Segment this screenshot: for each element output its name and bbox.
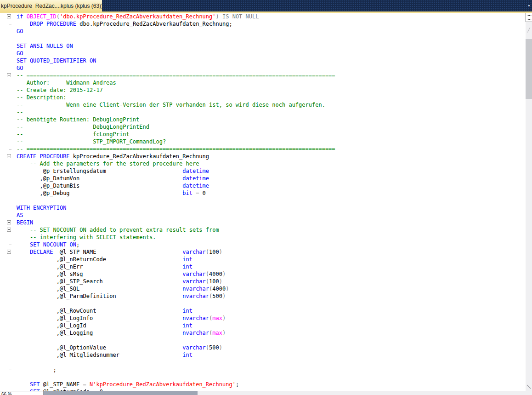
code-line[interactable]: -- SET NOCOUNT ON added to prevent extra… — [0, 226, 526, 234]
code-line[interactable]: DECLARE @l_STP_NAME varchar(100) — [0, 248, 526, 256]
code-line[interactable]: SET @l_STP_NAME = N'kpProcedure_RedZacAb… — [0, 381, 526, 388]
code-line[interactable]: -- STP_IMPORT_CommandLog? — [0, 138, 526, 145]
zoom-control[interactable]: 66 % — [0, 391, 44, 395]
code-line[interactable]: ,@l_ParmDefinition nvarchar(500) — [0, 292, 526, 300]
code-lines: if OBJECT_ID('dbo.kpProcedure_RedZacAbve… — [0, 13, 526, 391]
code-line[interactable]: -- Author: Widmann Andreas — [0, 79, 526, 86]
code-line[interactable]: -- Wenn eine Client-Version der STP vorh… — [0, 101, 526, 109]
tab-overflow-chevron-icon[interactable]: ▼ — [527, 4, 531, 7]
vertical-scrollbar-thumb[interactable] — [526, 39, 532, 99]
fold-collapse-icon[interactable] — [7, 14, 11, 18]
code-line[interactable]: CREATE PROCEDURE kpProcedure_RedZacAbver… — [0, 153, 526, 160]
fold-end-tick — [9, 370, 11, 370]
code-editor[interactable]: if OBJECT_ID('dbo.kpProcedure_RedZacAbve… — [0, 13, 526, 391]
code-line[interactable]: ,@l_sMsg varchar(4000) — [0, 270, 526, 278]
code-line[interactable]: ,@l_RowCount int — [0, 307, 526, 315]
code-line[interactable]: ,@l_nReturnCode int — [0, 256, 526, 263]
fold-collapse-icon[interactable] — [7, 154, 11, 158]
code-line[interactable]: DROP PROCEDURE dbo.kpProcedure_RedZacAbv… — [0, 20, 526, 28]
fold-collapse-icon[interactable] — [7, 220, 11, 224]
window-splitter-handle-icon[interactable] — [526, 13, 532, 22]
code-line[interactable]: ,@l_LogId int — [0, 322, 526, 329]
horizontal-scrollbar-thumb[interactable] — [44, 391, 198, 395]
tab-bar: kpProcedure_RedZac....kplus (kplus (63))… — [0, 0, 532, 11]
scrollbar-mark-icon — [526, 384, 532, 390]
tab-active[interactable]: kpProcedure_RedZac....kplus (kplus (63))… — [0, 0, 102, 11]
code-line[interactable]: -- Create date: 2015-12-17 — [0, 86, 526, 94]
code-line[interactable]: ; — [0, 366, 526, 373]
scrollbar-mark-icon — [526, 27, 532, 36]
fold-end-tick — [9, 149, 11, 149]
code-line[interactable]: ,@p_DatumBis datetime — [0, 182, 526, 189]
fold-end-tick — [9, 24, 11, 24]
code-line[interactable]: ,@l_OptionValue varchar(500) — [0, 344, 526, 351]
code-line[interactable]: ,@l_nErr int — [0, 263, 526, 270]
fold-run-line — [9, 18, 9, 24]
fold-end-tick — [9, 245, 11, 245]
code-line[interactable]: GO — [0, 28, 526, 35]
code-line[interactable]: ,@l_STP_Search varchar(100) — [0, 278, 526, 285]
code-line[interactable] — [0, 197, 526, 204]
code-line[interactable]: SET NOCOUNT ON; — [0, 241, 526, 248]
code-line[interactable]: -- Description: — [0, 94, 526, 101]
fold-collapse-icon[interactable] — [7, 228, 11, 232]
code-line[interactable]: ,@l_Mitgliedsnummer int — [0, 351, 526, 359]
code-line[interactable]: -- =====================================… — [0, 72, 526, 79]
vertical-scrollbar[interactable] — [526, 13, 532, 391]
code-line[interactable]: -- DebugLongPrintEnd — [0, 123, 526, 131]
code-line[interactable]: -- Add the parameters for the stored pro… — [0, 160, 526, 167]
fold-collapse-icon[interactable] — [7, 73, 11, 77]
code-line[interactable]: GO — [0, 50, 526, 57]
code-line[interactable] — [0, 35, 526, 42]
fold-run-line — [9, 158, 9, 391]
code-line[interactable] — [0, 359, 526, 366]
code-line[interactable]: WITH ENCRYPTION — [0, 204, 526, 212]
code-line[interactable]: GO — [0, 64, 526, 72]
code-line[interactable]: @p_Erstellungsdatum datetime — [0, 167, 526, 175]
code-line[interactable]: ,@p_Debug bit = 0 — [0, 189, 526, 197]
fold-run-line — [9, 77, 9, 149]
code-line[interactable]: -- benötigte Routinen: DebugLongPrint — [0, 116, 526, 123]
code-line[interactable]: ,@p_DatumVon datetime — [0, 175, 526, 182]
code-line[interactable]: SET QUOTED_IDENTIFIER ON — [0, 57, 526, 64]
code-line[interactable]: AS — [0, 212, 526, 219]
code-line[interactable]: ,@l_LogInfo nvarchar(max) — [0, 315, 526, 322]
zoom-value: 66 % — [1, 392, 12, 395]
code-line[interactable]: -- — [0, 109, 526, 116]
code-line[interactable]: if OBJECT_ID('dbo.kpProcedure_RedZacAbve… — [0, 13, 526, 20]
horizontal-scrollbar[interactable]: 66 % — [0, 391, 532, 395]
code-line[interactable]: SET ANSI_NULLS ON — [0, 42, 526, 50]
code-line[interactable]: ,@l_SQL nvarchar(4000) — [0, 285, 526, 292]
tab-title: kpProcedure_RedZac....kplus (kplus (63)) — [1, 3, 102, 9]
code-line[interactable]: ,@l_Logging nvarchar(max) — [0, 329, 526, 337]
code-line[interactable] — [0, 373, 526, 381]
code-line[interactable] — [0, 337, 526, 344]
code-line[interactable]: -- fcLongPrint — [0, 131, 526, 138]
fold-collapse-icon[interactable] — [7, 250, 11, 254]
code-line[interactable]: BEGIN — [0, 219, 526, 226]
code-line[interactable]: -- =====================================… — [0, 145, 526, 153]
code-line[interactable]: -- interfering with SELECT statements. — [0, 234, 526, 241]
code-line[interactable] — [0, 300, 526, 307]
